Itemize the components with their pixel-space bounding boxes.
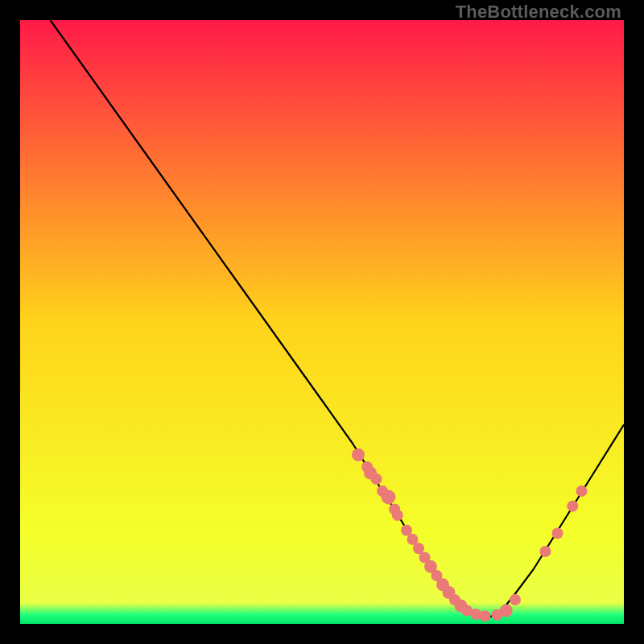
data-point <box>500 605 513 617</box>
data-point <box>567 501 578 512</box>
gradient-background <box>20 20 624 624</box>
watermark-text: TheBottleneck.com <box>456 2 621 23</box>
chart-svg <box>20 20 624 624</box>
chart-frame <box>20 20 624 624</box>
data-point <box>352 448 365 461</box>
data-point <box>552 528 564 539</box>
data-point <box>576 485 588 497</box>
data-point <box>510 594 521 605</box>
data-point <box>480 610 491 621</box>
data-point <box>382 490 396 505</box>
data-point <box>540 546 551 557</box>
data-point <box>371 473 382 485</box>
data-point <box>392 510 403 521</box>
